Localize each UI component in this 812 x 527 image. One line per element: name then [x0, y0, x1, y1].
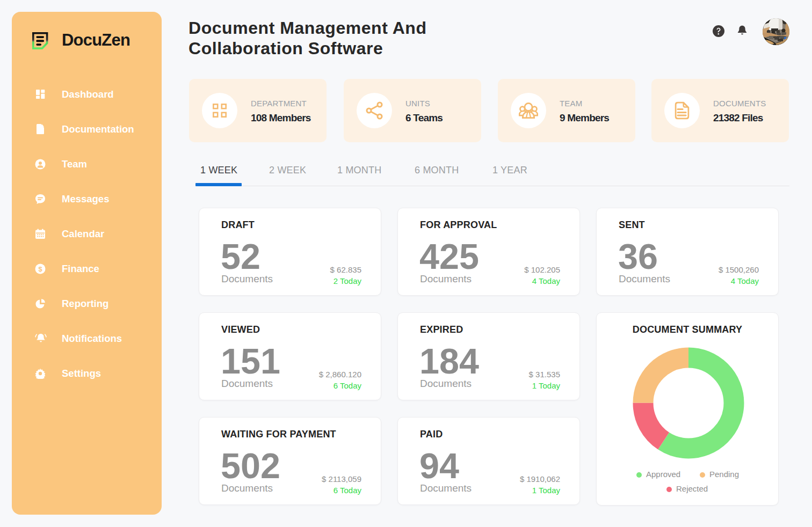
- svg-text:$: $: [38, 265, 42, 273]
